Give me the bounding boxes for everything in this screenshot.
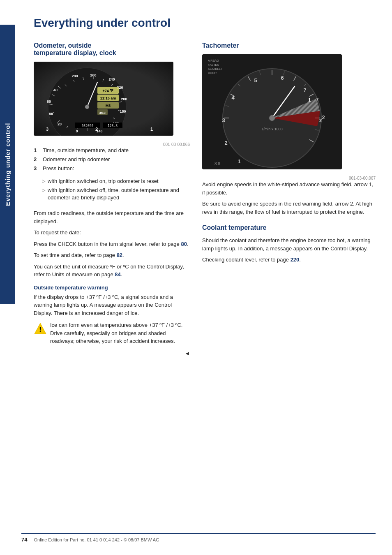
- coolant-section: Coolant temperature Should the coolant a…: [202, 224, 376, 264]
- svg-text:2: 2: [319, 118, 322, 123]
- tachometer-gauge-svg: 1 2 3 4 5 6 7 7 2 1/min x 1000 8.8: [202, 54, 342, 169]
- svg-text:2: 2: [322, 114, 325, 120]
- warning-box-text: Ice can form even at temperatures above …: [50, 321, 190, 345]
- list-item-1: 1 Time, outside temperature, and date: [34, 147, 190, 154]
- left-column: Odometer, outsidetemperature display, cl…: [34, 42, 190, 361]
- svg-text:7: 7: [316, 97, 319, 103]
- tachometer-body-2: Be sure to avoid engine speeds in the re…: [202, 200, 376, 216]
- page-title: Everything under control: [34, 16, 376, 30]
- svg-text:5: 5: [254, 77, 257, 83]
- svg-text:AIRBAG: AIRBAG: [208, 59, 219, 62]
- bullet-item-1: ▷ with ignition switched on, trip odomet…: [42, 178, 190, 185]
- link-page-82[interactable]: 82: [117, 252, 122, 258]
- svg-text:3: 3: [222, 117, 225, 123]
- odometer-gauge-svg: 40 60 80 20 0 140 160 180 200 220 240 26…: [34, 62, 173, 136]
- svg-text:260: 260: [90, 73, 96, 77]
- coolant-section-heading: Coolant temperature: [202, 224, 376, 231]
- svg-text:200: 200: [121, 97, 127, 101]
- outside-temp-warning-body: If the display drops to +37 ºF /+3 ºC, a…: [34, 293, 190, 317]
- link-page-84[interactable]: 84: [115, 271, 120, 278]
- odometer-callout-1: 1: [150, 127, 153, 132]
- list-num-3: 3: [34, 165, 41, 172]
- svg-text:40: 40: [53, 88, 58, 92]
- warning-triangle-icon: !: [34, 322, 47, 335]
- list-num-1: 1: [34, 147, 41, 154]
- svg-text:123.8: 123.8: [108, 124, 118, 128]
- svg-text:+74 ℉: +74 ℉: [103, 89, 114, 93]
- svg-text:11:15 am: 11:15 am: [100, 96, 116, 100]
- link-page-80[interactable]: 80: [181, 241, 187, 247]
- tachometer-image: 1 2 3 4 5 6 7 7 2 1/min x 1000 8.8: [202, 54, 342, 169]
- svg-text:4: 4: [231, 95, 235, 101]
- bullet-arrow-1: ▷: [42, 178, 45, 185]
- svg-text:280: 280: [71, 74, 78, 78]
- svg-text:20: 20: [58, 122, 62, 126]
- svg-text:7: 7: [304, 88, 307, 93]
- bullet-item-2: ▷ with ignition switched off, time, outs…: [42, 187, 190, 201]
- svg-text:M3: M3: [106, 104, 111, 108]
- tachometer-image-caption: 001-03-00.067: [202, 176, 376, 180]
- link-page-220[interactable]: 220: [291, 257, 300, 263]
- svg-text:2: 2: [224, 140, 227, 146]
- svg-text:180: 180: [120, 109, 126, 113]
- side-tab: Everything under control: [0, 25, 15, 304]
- body-para-4: To set time and date, refer to page 82.: [34, 251, 190, 259]
- end-marker: ◄: [34, 349, 190, 358]
- right-column: Tachometer: [202, 42, 376, 361]
- page-number: 74: [21, 536, 27, 543]
- list-item-3: 3 Press button:: [34, 165, 190, 172]
- list-item-2: 2 Odometer and trip odometer: [34, 156, 190, 163]
- body-para-1: From radio readiness, the outside temper…: [34, 209, 190, 225]
- svg-text:80: 80: [49, 112, 53, 116]
- svg-point-79: [269, 115, 275, 121]
- tachometer-body-1: Avoid engine speeds in the white-striped…: [202, 180, 376, 197]
- footer-text: Online Edition for Part no. 01 41 0 014 …: [34, 537, 159, 542]
- page-footer: 74 Online Edition for Part no. 01 41 0 0…: [21, 533, 376, 543]
- svg-text:FASTEN: FASTEN: [208, 63, 219, 66]
- svg-text:DOOR: DOOR: [208, 72, 217, 74]
- outside-temp-warning-heading: Outside temperature warning: [34, 284, 190, 291]
- svg-text:1: 1: [308, 97, 311, 102]
- odometer-section-heading: Odometer, outsidetemperature display, cl…: [34, 42, 190, 57]
- bullet-arrow-2: ▷: [42, 187, 45, 201]
- tachometer-section-heading: Tachometer: [202, 42, 376, 49]
- odometer-image-caption: 001-03-00.066: [34, 142, 190, 147]
- svg-text:1: 1: [238, 158, 240, 164]
- svg-point-35: [85, 105, 89, 109]
- warning-box: ! Ice can form even at temperatures abov…: [34, 321, 190, 345]
- svg-text:032050: 032050: [82, 124, 94, 128]
- two-column-layout: Odometer, outsidetemperature display, cl…: [34, 42, 376, 361]
- odometer-callout-3: 3: [46, 127, 48, 132]
- body-para-5: You can set the unit of measure ºF or ºC…: [34, 263, 190, 279]
- svg-text:!: !: [39, 326, 41, 333]
- svg-text:1/min x 1000: 1/min x 1000: [261, 127, 283, 131]
- odometer-numbered-list: 1 Time, outside temperature, and date 2 …: [34, 147, 190, 173]
- coolant-body-2: Checking coolant level, refer to page 22…: [202, 256, 376, 264]
- svg-text:240: 240: [108, 77, 115, 81]
- coolant-body-1: Should the coolant and therefore the eng…: [202, 236, 376, 252]
- body-para-2: To request the date:: [34, 229, 190, 237]
- svg-text:8.8: 8.8: [214, 162, 220, 166]
- svg-text:0: 0: [76, 129, 78, 133]
- svg-text:60: 60: [47, 99, 51, 104]
- odometer-image: 40 60 80 20 0 140 160 180 200 220 240 26…: [34, 62, 173, 136]
- list-num-2: 2: [34, 156, 41, 163]
- body-para-3: Press the CHECK button in the turn signa…: [34, 240, 190, 248]
- svg-text:6: 6: [281, 75, 284, 81]
- odometer-callout-2: 2: [95, 127, 98, 132]
- svg-text:SEATBELT: SEATBELT: [208, 67, 222, 70]
- svg-text:35.8: 35.8: [99, 111, 106, 115]
